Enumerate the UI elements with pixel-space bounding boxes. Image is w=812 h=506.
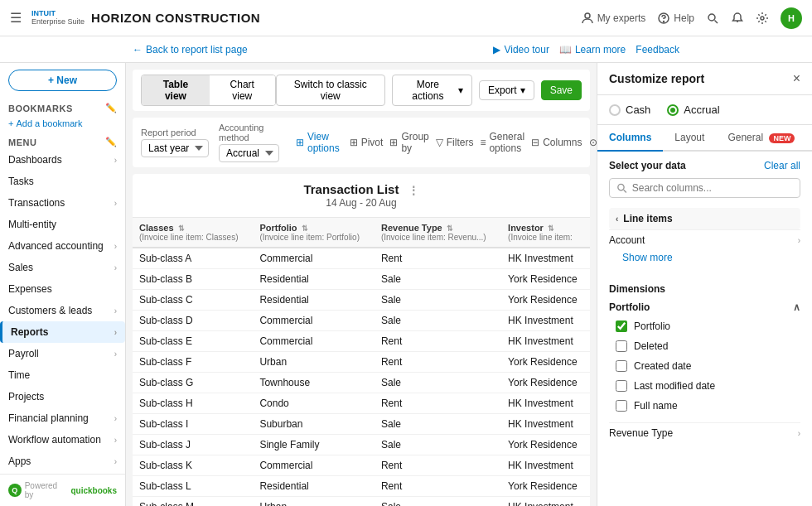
line-items-header[interactable]: ‹ Line items [609,208,800,229]
cell-investor: York Residence [501,269,590,290]
switch-classic-button[interactable]: Switch to classic view [276,75,385,106]
svg-point-2 [664,21,665,22]
panel-close-button[interactable]: × [793,71,800,86]
table-row: Sub-class H Condo Rent HK Investment [133,393,590,414]
show-more-button[interactable]: Show more [609,250,800,270]
line-items-section: ‹ Line items Account › Show more [609,208,800,270]
sidebar-item-expenses[interactable]: Expenses [0,278,125,300]
report-title-menu-icon[interactable]: ⋮ [408,184,419,197]
menu-section: MENU ✏️ [0,132,125,149]
sidebar-item-advanced-accounting[interactable]: Advanced accounting› [0,235,125,257]
profile-icon[interactable]: H [781,7,802,29]
checkbox-portfolio[interactable]: Portfolio [609,316,800,336]
cell-portfolio: Residential [253,269,375,290]
cell-revenue-type: Rent [375,352,501,373]
hamburger-icon[interactable]: ☰ [10,10,22,26]
tab-columns[interactable]: Columns [597,125,663,152]
checkbox-input-0[interactable] [616,320,627,332]
columns-button[interactable]: ⊟ Columns [531,137,582,148]
checkbox-full-name[interactable]: Full name [609,396,800,416]
chevron-icon: › [114,263,117,272]
checkbox-input-4[interactable] [616,400,627,412]
revenue-type-row[interactable]: Revenue Type › [609,422,800,443]
view-options-button[interactable]: ⊞ View options [296,131,340,154]
my-experts-button[interactable]: My experts [581,12,646,25]
search-icon[interactable] [706,12,719,25]
back-link[interactable]: ← Back to report list page [133,44,248,55]
checkbox-input-2[interactable] [616,360,627,372]
chart-view-tab[interactable]: Chart view [210,75,275,105]
toolbar-right: Switch to classic view More actions ▾ Ex… [276,75,582,106]
sidebar-item-apps[interactable]: Apps› [0,451,125,472]
cell-class: Sub-class D [133,311,253,331]
sidebar-item-workflow-automation[interactable]: Workflow automation› [0,429,125,451]
menu-header[interactable]: MENU ✏️ [8,137,117,147]
sidebar-item-time[interactable]: Time [0,364,125,386]
clear-all-button[interactable]: Clear all [764,160,800,171]
sidebar-item-financial-planning[interactable]: Financial planning› [0,407,125,429]
sort-icon-investor[interactable]: ⇅ [548,224,554,233]
sidebar-item-multi-entity[interactable]: Multi-entity [0,214,125,235]
sort-icon-revenue[interactable]: ⇅ [447,224,453,233]
chevron-icon: › [114,349,117,359]
cell-class: Sub-class B [133,269,253,290]
tab-general[interactable]: General NEW [716,125,806,152]
video-tour-link[interactable]: ▶ Video tour [493,44,549,55]
sidebar-item-reports[interactable]: Reports› [0,321,125,343]
sidebar-item-dashboards[interactable]: Dashboards› [0,149,125,171]
bookmarks-header[interactable]: BOOKMARKS ✏️ [8,103,117,113]
sort-icon-portfolio[interactable]: ⇅ [302,224,308,233]
accrual-radio[interactable]: Accrual [667,104,719,116]
cash-radio[interactable]: Cash [609,104,650,116]
report-date-range: 14 Aug - 20 Aug [141,197,582,209]
table-row: Sub-class K Commercial Rent HK Investmen… [133,455,590,476]
sidebar-item-sales[interactable]: Sales› [0,257,125,278]
more-actions-button[interactable]: More actions ▾ [392,75,472,106]
sidebar-item-projects[interactable]: Projects [0,386,125,407]
sidebar-item-customers---leads[interactable]: Customers & leads› [0,300,125,321]
checkbox-list: PortfolioDeletedCreated dateLast modifie… [609,316,800,416]
panel-tabs: Columns Layout General NEW [597,125,812,152]
group-by-button[interactable]: ⊞ Group by [389,131,428,154]
method-select[interactable]: Accrual [219,144,279,162]
svg-point-5 [618,184,624,190]
new-button[interactable]: + New [8,70,117,91]
cell-class: Sub-class F [133,352,253,373]
filters-button[interactable]: ▽ Filters [436,137,474,148]
checkbox-created-date[interactable]: Created date [609,356,800,376]
sidebar-item-transactions[interactable]: Transactions› [0,192,125,214]
portfolio-group-header[interactable]: Portfolio ∧ [609,298,800,316]
gear-icon[interactable] [756,12,769,25]
sort-icon-classes[interactable]: ⇅ [178,224,185,233]
tab-layout[interactable]: Layout [663,125,716,152]
table-view-tab[interactable]: Table view [142,75,210,105]
columns-search-input[interactable] [632,182,793,194]
new-badge: NEW [769,133,795,143]
cell-investor: York Residence [501,476,590,497]
cell-investor: York Residence [501,352,590,373]
chevron-icon: › [114,242,117,251]
cell-class: Sub-class M [133,497,253,506]
accrual-radio-circle [667,104,679,116]
period-select[interactable]: Last year [141,139,209,157]
select-data-title: Select your data Clear all [609,160,800,171]
general-options-button[interactable]: ≡ General options [480,131,524,154]
account-row[interactable]: Account › [609,229,800,250]
export-button[interactable]: Export ▾ [479,80,534,100]
learn-more-link[interactable]: 📖 Learn more [559,44,626,55]
checkbox-input-1[interactable] [616,340,627,352]
sidebar-item-tasks[interactable]: Tasks [0,171,125,192]
help-button[interactable]: Help [657,12,694,25]
checkbox-deleted[interactable]: Deleted [609,336,800,356]
pivot-button[interactable]: ⊞ Pivot [350,137,384,148]
sidebar-item-payroll[interactable]: Payroll› [0,343,125,364]
checkbox-last-modified-date[interactable]: Last modified date [609,376,800,396]
more-filters-icon[interactable]: ⊙ [589,137,597,148]
add-bookmark-button[interactable]: + Add a bookmark [0,115,125,132]
cell-investor: HK Investment [501,497,590,506]
bell-icon[interactable] [731,12,744,25]
checkbox-input-3[interactable] [616,380,627,392]
save-button[interactable]: Save [541,80,582,100]
cell-class: Sub-class H [133,393,253,414]
feedback-link[interactable]: Feedback [636,44,679,55]
